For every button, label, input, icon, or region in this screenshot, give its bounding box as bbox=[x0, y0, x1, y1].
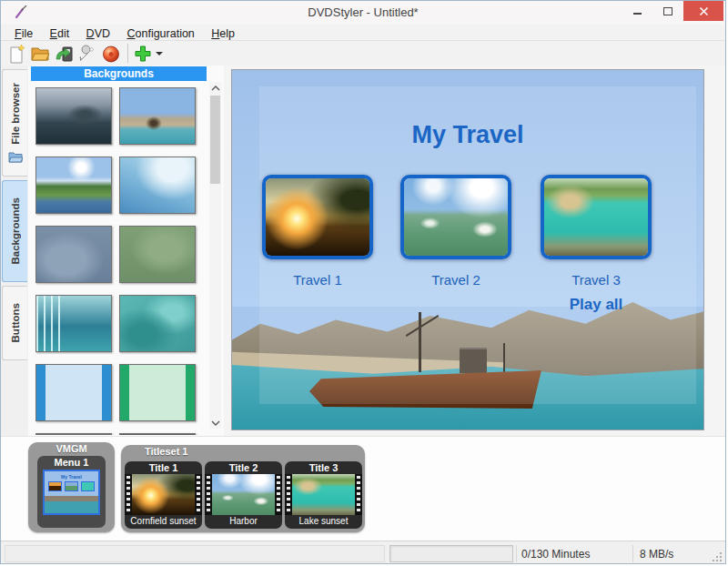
travel1-thumbnail-button[interactable] bbox=[262, 175, 373, 259]
title2-caption: Harbor bbox=[205, 515, 282, 528]
settings-button[interactable] bbox=[76, 42, 99, 65]
tab-backgrounds[interactable]: Backgrounds bbox=[2, 180, 27, 282]
scroll-down-icon[interactable] bbox=[209, 417, 221, 429]
travel3-label[interactable]: Travel 3 bbox=[541, 272, 652, 288]
status-message-field bbox=[5, 545, 385, 562]
backgrounds-panel: Backgrounds bbox=[28, 66, 224, 436]
app-window: DVDStyler - Untitled* File Edit DVD Conf… bbox=[0, 0, 726, 564]
minimize-icon bbox=[633, 13, 642, 15]
tab-label: Buttons bbox=[10, 303, 21, 342]
title3-item[interactable]: Title 3 Lake sunset bbox=[285, 461, 362, 529]
menu-help[interactable]: Help bbox=[205, 25, 241, 42]
menu-configuration[interactable]: Configuration bbox=[120, 25, 200, 42]
bitrate-status: 8 MB/s bbox=[640, 548, 673, 561]
mini-thumb-lake bbox=[81, 481, 95, 491]
menu-dvd[interactable]: DVD bbox=[80, 25, 116, 42]
menu-file[interactable]: File bbox=[8, 25, 39, 42]
status-separator bbox=[632, 545, 633, 562]
toolbar bbox=[1, 41, 725, 66]
window-title: DVDStyler - Untitled* bbox=[1, 5, 725, 19]
title2-item[interactable]: Title 2 Harbor bbox=[205, 461, 282, 529]
status-separator bbox=[516, 545, 517, 562]
background-thumbnail[interactable] bbox=[35, 157, 112, 214]
travel1-label[interactable]: Travel 1 bbox=[262, 272, 373, 288]
save-project-button[interactable] bbox=[52, 42, 76, 65]
folder-icon bbox=[8, 151, 23, 163]
resize-grip[interactable] bbox=[712, 551, 723, 562]
menu-edit[interactable]: Edit bbox=[44, 25, 76, 42]
title1-caption: Cornfield sunset bbox=[125, 515, 202, 528]
titleset-label: Titleset 1 bbox=[121, 445, 365, 459]
travel2-label[interactable]: Travel 2 bbox=[400, 272, 511, 288]
cornfield-sunset-image bbox=[132, 474, 195, 515]
menu1-item[interactable]: Menu 1 My Travel bbox=[37, 456, 106, 528]
harbor-image bbox=[212, 474, 275, 515]
travel3-thumbnail-button[interactable] bbox=[541, 175, 652, 259]
maximize-icon bbox=[663, 7, 672, 15]
open-project-button[interactable] bbox=[28, 42, 52, 65]
menu-editor-canvas[interactable]: My Travel Travel 1 Travel 2 Travel 3 Pla… bbox=[231, 69, 704, 430]
add-button[interactable] bbox=[133, 44, 163, 64]
open-project-icon bbox=[30, 44, 50, 64]
tab-label: Backgrounds bbox=[10, 197, 21, 265]
filmstrip-icon bbox=[205, 474, 282, 515]
title1-label: Title 1 bbox=[125, 461, 202, 474]
save-project-icon bbox=[54, 44, 74, 64]
menu1-thumbnail: My Travel bbox=[43, 470, 100, 515]
status-bar: 0/130 Minutes 8 MB/s bbox=[1, 541, 725, 564]
background-thumbnail[interactable] bbox=[35, 364, 112, 421]
background-thumbnail[interactable] bbox=[119, 226, 196, 283]
burn-button[interactable] bbox=[99, 42, 123, 65]
maximize-button[interactable] bbox=[652, 1, 683, 21]
tab-file-browser[interactable]: File browser bbox=[2, 69, 27, 177]
play-all-button[interactable]: Play all bbox=[541, 296, 652, 314]
background-thumbnail[interactable] bbox=[35, 226, 112, 283]
menu-title-text[interactable]: My Travel bbox=[232, 121, 703, 149]
background-thumbnail[interactable] bbox=[35, 295, 112, 352]
tab-label: File browser bbox=[10, 83, 21, 145]
dropdown-caret-icon[interactable] bbox=[156, 52, 163, 56]
burn-dvd-icon bbox=[101, 44, 121, 64]
mini-thumb-harbor bbox=[65, 481, 78, 491]
lake-sunset-image bbox=[544, 178, 648, 256]
title2-label: Title 2 bbox=[205, 461, 282, 474]
background-thumbnail[interactable] bbox=[119, 433, 196, 435]
background-thumbnail[interactable] bbox=[35, 433, 112, 435]
close-button[interactable] bbox=[683, 1, 723, 21]
panel-scrollbar[interactable] bbox=[209, 82, 221, 429]
minimize-button[interactable] bbox=[622, 1, 652, 21]
title1-item[interactable]: Title 1 Cornfield sunset bbox=[125, 461, 202, 529]
title3-label: Title 3 bbox=[285, 461, 362, 474]
travel2-thumbnail-button[interactable] bbox=[400, 175, 511, 259]
panel-title: Backgrounds bbox=[31, 66, 207, 81]
duration-status: 0/130 Minutes bbox=[521, 548, 590, 561]
background-thumbnail[interactable] bbox=[119, 295, 196, 352]
filmstrip-icon bbox=[285, 474, 362, 515]
filmstrip-icon bbox=[125, 474, 202, 515]
vmgm-label: VMGM bbox=[28, 442, 115, 456]
background-thumbnail[interactable] bbox=[119, 157, 196, 214]
close-icon bbox=[699, 6, 709, 16]
mini-menu-title: My Travel bbox=[45, 471, 98, 480]
new-project-icon bbox=[6, 44, 26, 64]
scrollbar-thumb[interactable] bbox=[210, 96, 220, 184]
menu-bar: File Edit DVD Configuration Help bbox=[1, 25, 725, 41]
sidebar-tabstrip: File browser Backgrounds Buttons bbox=[1, 66, 28, 436]
background-thumbnail[interactable] bbox=[35, 87, 112, 145]
tab-buttons[interactable]: Buttons bbox=[2, 286, 27, 360]
menu1-label: Menu 1 bbox=[37, 456, 106, 469]
titleset-group: Titleset 1 Title 1 Cornfield sunset Titl… bbox=[121, 445, 365, 532]
lake-sunset-image bbox=[292, 474, 355, 515]
scroll-up-icon[interactable] bbox=[209, 82, 221, 94]
new-project-button[interactable] bbox=[5, 42, 28, 65]
title-bar[interactable]: DVDStyler - Untitled* bbox=[1, 1, 725, 25]
timeline-panel: VMGM Menu 1 My Travel Titleset 1 Title 1 bbox=[1, 436, 725, 541]
background-thumbnail-grid bbox=[35, 87, 199, 435]
background-thumbnail[interactable] bbox=[119, 87, 196, 145]
harbor-image bbox=[404, 178, 508, 256]
vmgm-group: VMGM Menu 1 My Travel bbox=[28, 442, 115, 532]
add-item-icon bbox=[133, 44, 153, 64]
background-thumbnail[interactable] bbox=[119, 364, 196, 421]
mini-thumb-cornfield bbox=[48, 481, 62, 491]
title3-caption: Lake sunset bbox=[285, 515, 362, 528]
